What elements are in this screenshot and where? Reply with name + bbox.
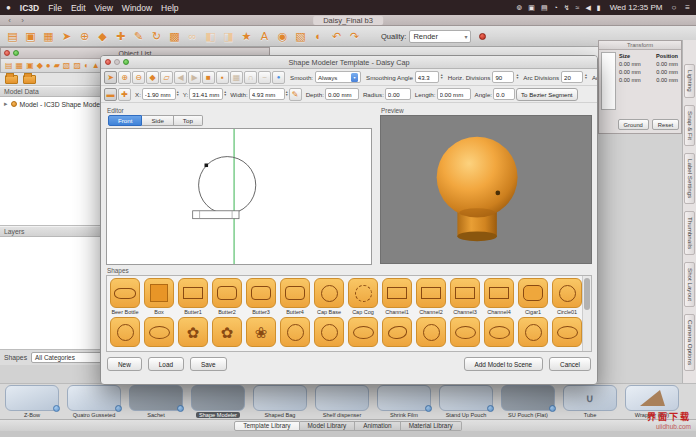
transform-listbox[interactable] [601,52,616,110]
star-tool-icon[interactable]: ★ [239,29,254,44]
template-shaped-bag[interactable]: Shaped Bag [251,385,309,418]
shape-item[interactable] [143,317,175,347]
back-icon[interactable]: ‹ [5,16,14,25]
shapes-scrollbar[interactable] [582,276,591,351]
shape-item[interactable] [551,317,582,347]
shape-channel1[interactable]: Channel1 [381,278,413,315]
shape-box[interactable]: Box [143,278,175,315]
arc-divisions-input[interactable] [561,71,583,83]
preview-canvas[interactable] [380,115,592,264]
reset-button[interactable]: Reset [652,119,679,130]
shape-item[interactable] [347,317,379,347]
battery-icon[interactable]: ▮ [597,4,601,12]
shape-circle01[interactable]: Circle01 [551,278,582,315]
shape-item[interactable]: ❀ [245,317,277,347]
shape-channel2[interactable]: Channel2 [415,278,447,315]
app-menu[interactable]: IC3D [20,3,39,13]
shape-item[interactable] [483,317,515,347]
flip-tool-icon[interactable]: ◧ [203,29,218,44]
zoom-window-icon[interactable] [13,50,19,56]
menu-edit[interactable]: Edit [71,3,86,13]
tab-material-library[interactable]: Material Library [401,421,462,431]
tab-animation[interactable]: Animation [355,421,400,431]
unlock-object-icon[interactable]: ◐ [84,61,89,70]
grab-tool-icon[interactable]: ◉ [275,29,290,44]
template-stand-up-pouch[interactable]: Stand Up Pouch [437,385,495,418]
volume-icon[interactable]: ◀ [585,4,590,12]
tab-side[interactable]: Side [142,115,173,126]
template-sachet[interactable]: Sachet [127,385,185,418]
add-point-tool-icon[interactable]: ▱ [160,71,173,84]
link-tool-icon[interactable]: ∞ [185,29,200,44]
template-shrink-film[interactable]: Shrink Film [375,385,433,418]
apple-menu-icon[interactable]: ● [6,3,11,12]
move-point-tool-icon[interactable]: ◆ [146,71,159,84]
draw-tool-icon[interactable]: ✎ [131,29,146,44]
hide-object-icon[interactable]: ▧ [63,61,71,70]
smooth-select[interactable]: Always ▾ [315,71,361,83]
open-file-icon[interactable]: ▣ [23,29,38,44]
template-shape-modeler[interactable]: Shape Modeler [189,385,247,418]
shape-cap-base[interactable]: Cap Base [313,278,345,315]
stepper-icon[interactable]: ▴▾ [286,91,288,98]
stepper-icon[interactable]: ▴▾ [177,91,179,98]
shape-butter1[interactable]: Butter1 [177,278,209,315]
shape-butter3[interactable]: Butter3 [245,278,277,315]
stepper-icon[interactable]: ▴▾ [224,91,226,98]
shape-item[interactable]: ✿ [177,317,209,347]
move-up-icon[interactable]: ▲ [92,61,100,70]
length-input[interactable] [437,88,471,100]
shape-item[interactable] [415,317,447,347]
shape-beer-bottle[interactable]: Beer Bottle [109,278,141,315]
shape-cap-cog[interactable]: Cap Cog [347,278,379,315]
to-bezier-segment-button[interactable]: To Bezier Segment [516,88,577,101]
rotate-tool-icon[interactable]: ↻ [149,29,164,44]
template-quatro-gusseted[interactable]: Quatro Gusseted [65,385,123,418]
delete-object-icon[interactable]: ▦ [16,61,24,70]
editor-canvas[interactable] [106,128,372,265]
add-model-to-scene-button[interactable]: Add Model to Scene [464,357,544,371]
width-input[interactable] [249,88,285,100]
x-input[interactable] [142,88,176,100]
close-icon[interactable] [4,50,10,56]
new-file-icon[interactable]: ▤ [5,29,20,44]
disclosure-triangle-icon[interactable]: ▸ [4,100,8,108]
depth-input[interactable] [325,88,359,100]
add-segment-icon[interactable]: ✚ [118,88,131,101]
zoom-window-icon[interactable] [123,59,129,65]
template-shelf-dispenser[interactable]: Shelf dispenser [313,385,371,418]
select-point-tool-icon[interactable]: ➤ [104,71,117,84]
status-app-icon[interactable]: ▣ [528,4,535,12]
forward-icon[interactable]: › [18,16,27,25]
record-indicator-icon[interactable] [479,33,486,40]
side-tab-camera-options[interactable]: Camera Options [684,314,695,371]
save-button[interactable]: Save [190,357,227,371]
zoom-out-tool-icon[interactable]: ⊖ [132,71,145,84]
template-su-pouch-flat[interactable]: SU Pouch (Flat) [499,385,557,418]
next-shape-icon[interactable]: ▶ [188,71,201,84]
quality-select[interactable]: Render ▾ [409,30,471,43]
side-tab-label-settings[interactable]: Label Settings [684,153,695,204]
clock-status-icon[interactable]: ◔ [554,4,558,11]
cancel-button[interactable]: Cancel [549,357,591,371]
bluetooth-icon[interactable]: ↯ [564,4,570,12]
scrollbar-thumb[interactable] [584,278,590,310]
shape-butter2[interactable]: Butter2 [211,278,243,315]
angle-input[interactable] [493,88,515,100]
spotlight-search-icon[interactable]: ○ [671,3,676,12]
close-icon[interactable] [105,59,111,65]
horiz-divisions-input[interactable] [492,71,514,83]
shape-item[interactable]: ✿ [211,317,243,347]
redo-icon[interactable]: ↷ [347,29,362,44]
save-file-icon[interactable]: ▦ [41,29,56,44]
duplicate-object-icon[interactable]: ▣ [26,61,34,70]
side-tab-lighting[interactable]: Lighting [684,64,695,98]
menu-file[interactable]: File [48,3,62,13]
y-input[interactable] [189,88,223,100]
stepper-icon[interactable]: ▴▾ [441,74,443,81]
ungroup-objects-icon[interactable]: ● [46,61,51,70]
shape-item[interactable] [279,317,311,347]
dialog-titlebar[interactable]: Shape Modeler Template - Daisy Cap [101,56,597,69]
folder-icon[interactable] [5,75,18,84]
crop-tool-icon[interactable]: ▩ [167,29,182,44]
